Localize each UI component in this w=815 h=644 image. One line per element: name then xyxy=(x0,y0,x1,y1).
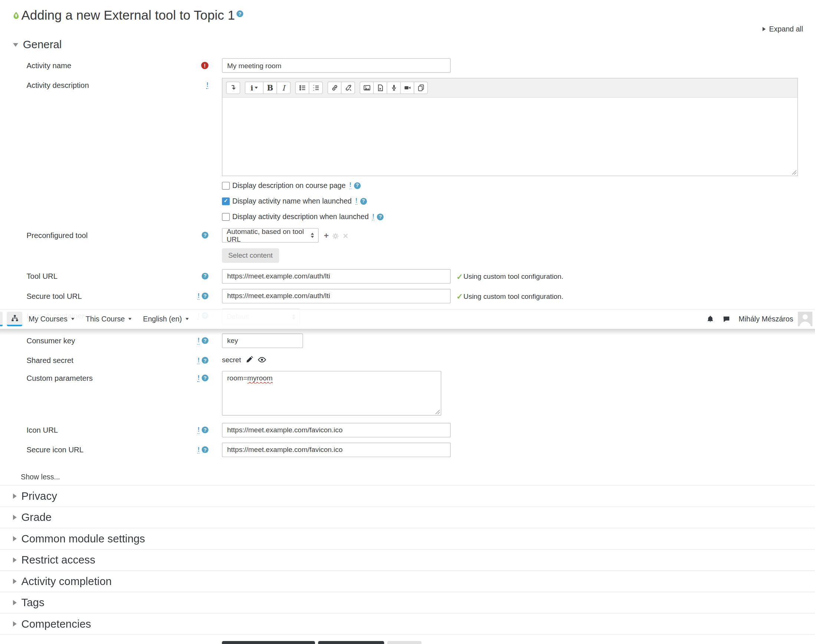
nav-this-course[interactable]: This Course xyxy=(86,315,132,323)
notifications-bell-icon[interactable] xyxy=(706,315,714,323)
consumer-key-label: Consumer key xyxy=(26,336,75,344)
preconfigured-tool-select[interactable]: Automatic, based on tool URL xyxy=(222,228,319,242)
edit-tool-gear-icon[interactable] xyxy=(332,233,339,239)
insert-media-button[interactable] xyxy=(373,81,387,94)
icon-url-label: Icon URL xyxy=(26,426,58,434)
page-header: Adding a new External tool to Topic 1 ? xyxy=(0,0,815,23)
help-icon[interactable]: ? xyxy=(202,232,209,238)
avatar[interactable] xyxy=(798,312,812,326)
page: Adding a new External tool to Topic 1 ? … xyxy=(0,0,815,644)
activity-name-input[interactable] xyxy=(222,58,451,73)
section-activity-completion-toggle[interactable]: Activity completion xyxy=(0,575,815,587)
external-tool-icon xyxy=(12,11,20,20)
help-icon[interactable]: ? xyxy=(202,374,209,381)
record-video-button[interactable] xyxy=(400,81,414,94)
caret-down-icon xyxy=(255,87,258,89)
show-secret-eye-icon[interactable] xyxy=(258,356,266,363)
section-tags-toggle[interactable]: Tags xyxy=(0,596,815,609)
caret-right-icon xyxy=(13,557,17,563)
expand-all-link[interactable]: Expand all xyxy=(762,25,803,33)
display-description-row: Display description on course page ! ? xyxy=(222,181,815,189)
form-actions: Save and return to course Save and displ… xyxy=(222,641,815,644)
secure-tool-url-input[interactable] xyxy=(222,288,451,303)
caret-right-icon xyxy=(13,493,17,498)
help-icon[interactable]: ? xyxy=(202,427,209,433)
collapsed-sections: Privacy Grade Common module settings Res… xyxy=(0,485,815,635)
description-textarea[interactable] xyxy=(223,98,798,175)
activity-description-label: Activity description xyxy=(26,81,89,89)
caret-right-icon xyxy=(13,600,17,605)
help-icon[interactable]: ? xyxy=(202,357,209,364)
caret-down-icon xyxy=(186,318,188,320)
display-description-checkbox[interactable] xyxy=(222,182,230,189)
delete-tool-icon[interactable]: ✕ xyxy=(343,233,348,239)
secure-icon-url-input[interactable] xyxy=(222,442,451,457)
user-name[interactable]: Mihály Mészáros xyxy=(738,315,793,323)
advanced-marker-icon: ! xyxy=(206,81,209,89)
save-and-display-button[interactable]: Save and display xyxy=(318,641,384,644)
cancel-button[interactable]: Cancel xyxy=(387,641,422,644)
shared-secret-row: Shared secret ! ? secret xyxy=(0,353,815,365)
display-activity-name-checkbox[interactable] xyxy=(222,197,230,205)
caret-right-icon xyxy=(762,27,765,31)
secure-tool-url-label: Secure tool URL xyxy=(26,292,82,300)
save-and-return-button[interactable]: Save and return to course xyxy=(222,641,315,644)
section-competencies-toggle[interactable]: Competencies xyxy=(0,617,815,630)
manage-files-button[interactable] xyxy=(414,81,428,94)
activity-name-label: Activity name xyxy=(26,61,71,69)
italic-button[interactable]: I xyxy=(276,81,291,94)
help-icon[interactable]: ? xyxy=(354,182,361,189)
edit-pencil-icon[interactable] xyxy=(246,356,253,363)
section-restrict-access-toggle[interactable]: Restrict access xyxy=(0,554,815,566)
resize-handle[interactable] xyxy=(435,409,440,414)
toolbar-collapse-button[interactable] xyxy=(226,81,240,94)
help-icon[interactable]: ? xyxy=(360,198,366,204)
help-icon[interactable]: ? xyxy=(202,446,209,453)
shared-secret-value: secret xyxy=(222,356,241,363)
caret-down-icon xyxy=(71,318,74,320)
nav-my-courses[interactable]: My Courses xyxy=(29,315,74,323)
launch-container-wrap: Launch container ! ? Default My Co xyxy=(0,308,815,330)
custom-parameters-textarea[interactable]: room=myroom xyxy=(222,371,441,416)
nav-edge-button[interactable] xyxy=(0,312,3,326)
paragraph-styles-menu[interactable]: i xyxy=(245,81,263,94)
advanced-marker-icon: ! xyxy=(355,197,358,205)
display-activity-name-row: Display activity name when launched ! ? xyxy=(222,197,815,205)
tool-url-row: Tool URL ? ✓ Using custom tool configura… xyxy=(0,269,815,283)
insert-image-button[interactable] xyxy=(360,81,374,94)
record-audio-button[interactable] xyxy=(386,81,401,94)
unlink-button[interactable] xyxy=(341,81,355,94)
shared-secret-label: Shared secret xyxy=(26,356,74,365)
unordered-list-button[interactable] xyxy=(295,81,309,94)
messages-icon[interactable] xyxy=(723,315,730,323)
help-icon[interactable]: ? xyxy=(377,213,384,220)
select-content-button[interactable]: Select content xyxy=(222,248,279,263)
icon-url-input[interactable] xyxy=(222,423,451,437)
help-icon[interactable]: ? xyxy=(202,293,209,299)
consumer-key-input[interactable] xyxy=(222,333,303,348)
icon-url-row: Icon URL ! ? xyxy=(0,423,815,437)
activity-name-row: Activity name ! xyxy=(0,58,815,73)
title-help-icon[interactable]: ? xyxy=(236,11,243,17)
tool-url-input[interactable] xyxy=(222,269,451,283)
add-tool-icon[interactable]: + xyxy=(324,232,329,240)
help-icon[interactable]: ? xyxy=(202,337,209,344)
description-editor: i B I xyxy=(222,78,798,176)
help-icon[interactable]: ? xyxy=(202,273,209,279)
sticky-navbar: My Courses This Course English (en) Mihá… xyxy=(0,309,815,328)
caret-right-icon xyxy=(13,536,17,541)
nav-language[interactable]: English (en) xyxy=(143,315,189,323)
sitemap-icon[interactable] xyxy=(7,312,22,326)
ordered-list-button[interactable] xyxy=(309,81,323,94)
show-less-link[interactable]: Show less... xyxy=(21,472,60,480)
caret-down-icon xyxy=(128,318,131,320)
resize-handle[interactable] xyxy=(792,170,797,175)
link-button[interactable] xyxy=(328,81,341,94)
advanced-marker-icon: ! xyxy=(197,426,200,434)
section-grade-toggle[interactable]: Grade xyxy=(0,511,815,523)
section-general-toggle[interactable]: General xyxy=(0,38,815,51)
display-activity-description-checkbox[interactable] xyxy=(222,213,230,221)
section-common-module-settings-toggle[interactable]: Common module settings xyxy=(0,532,815,545)
section-privacy-toggle[interactable]: Privacy xyxy=(0,490,815,502)
bold-button[interactable]: B xyxy=(263,81,277,94)
